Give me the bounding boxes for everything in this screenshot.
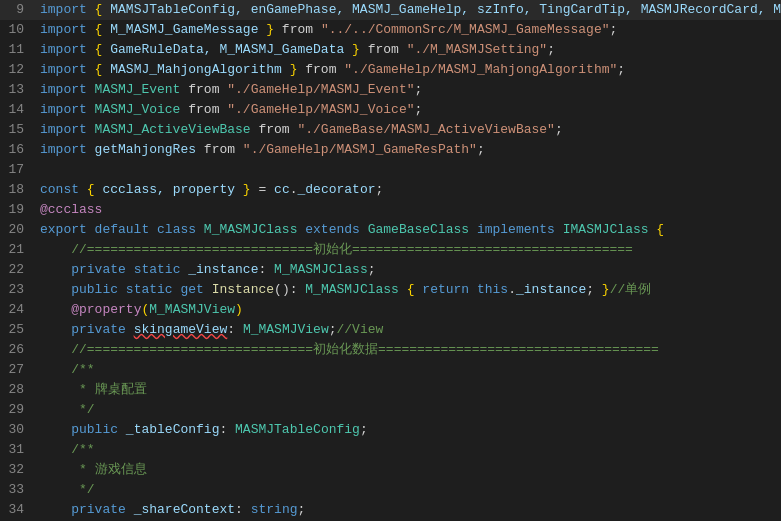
line-number: 24 [0, 300, 36, 320]
code-line: 28 * 牌桌配置 [0, 380, 781, 400]
line-content: import getMahjongRes from "./GameHelp/MA… [36, 140, 781, 160]
line-number: 30 [0, 420, 36, 440]
code-line: 15import MASMJ_ActiveViewBase from "./Ga… [0, 120, 781, 140]
line-content: import { MASMJ_MahjongAlgorithm } from "… [36, 60, 781, 80]
code-line: 30 public _tableConfig: MASMJTableConfig… [0, 420, 781, 440]
code-line: 21 //=============================初始化===… [0, 240, 781, 260]
code-line: 33 */ [0, 480, 781, 500]
line-content: import { M_MASMJ_GameMessage } from "../… [36, 20, 781, 40]
line-number: 10 [0, 20, 36, 40]
line-number: 15 [0, 120, 36, 140]
code-line: 31 /** [0, 440, 781, 460]
line-content: import MASMJ_ActiveViewBase from "./Game… [36, 120, 781, 140]
line-number: 34 [0, 500, 36, 520]
line-number: 22 [0, 260, 36, 280]
line-content: * 牌桌配置 [36, 380, 781, 400]
line-number: 23 [0, 280, 36, 300]
line-number: 11 [0, 40, 36, 60]
line-content: import MASMJ_Voice from "./GameHelp/MASM… [36, 100, 781, 120]
line-content: import { GameRuleData, M_MASMJ_GameData … [36, 40, 781, 60]
line-number: 13 [0, 80, 36, 100]
code-line: 13import MASMJ_Event from "./GameHelp/MA… [0, 80, 781, 100]
code-editor: 9import { MAMSJTableConfig, enGamePhase,… [0, 0, 781, 521]
line-content: private static _instance: M_MASMJClass; [36, 260, 781, 280]
code-line: 34 private _shareContext: string; [0, 500, 781, 520]
line-number: 32 [0, 460, 36, 480]
line-number: 25 [0, 320, 36, 340]
line-number: 28 [0, 380, 36, 400]
code-line: 23 public static get Instance(): M_MASMJ… [0, 280, 781, 300]
line-number: 31 [0, 440, 36, 460]
line-number: 33 [0, 480, 36, 500]
line-content: */ [36, 400, 781, 420]
line-number: 14 [0, 100, 36, 120]
line-number: 18 [0, 180, 36, 200]
code-line: 26 //=============================初始化数据=… [0, 340, 781, 360]
code-line: 29 */ [0, 400, 781, 420]
line-content: /** [36, 440, 781, 460]
line-content: @ccclass [36, 200, 781, 220]
code-line: 11import { GameRuleData, M_MASMJ_GameDat… [0, 40, 781, 60]
code-line: 24 @property(M_MASMJView) [0, 300, 781, 320]
code-line: 27 /** [0, 360, 781, 380]
line-number: 29 [0, 400, 36, 420]
code-line: 18const { ccclass, property } = cc._deco… [0, 180, 781, 200]
line-content: export default class M_MASMJClass extend… [36, 220, 781, 240]
line-number: 17 [0, 160, 36, 180]
line-number: 26 [0, 340, 36, 360]
line-number: 9 [0, 0, 36, 20]
line-content: * 游戏信息 [36, 460, 781, 480]
line-number: 21 [0, 240, 36, 260]
code-line: 12import { MASMJ_MahjongAlgorithm } from… [0, 60, 781, 80]
line-number: 20 [0, 220, 36, 240]
code-line: 19@ccclass [0, 200, 781, 220]
line-content: //=============================初始化数据====… [36, 340, 781, 360]
line-content: import MASMJ_Event from "./GameHelp/MASM… [36, 80, 781, 100]
code-line: 22 private static _instance: M_MASMJClas… [0, 260, 781, 280]
code-line: 25 private skingameView: M_MASMJView;//V… [0, 320, 781, 340]
code-line: 32 * 游戏信息 [0, 460, 781, 480]
line-number: 19 [0, 200, 36, 220]
line-content: private _shareContext: string; [36, 500, 781, 520]
line-content: import { MAMSJTableConfig, enGamePhase, … [36, 0, 781, 20]
code-line: 17 [0, 160, 781, 180]
code-line: 20export default class M_MASMJClass exte… [0, 220, 781, 240]
line-content: @property(M_MASMJView) [36, 300, 781, 320]
line-number: 27 [0, 360, 36, 380]
code-line: 16import getMahjongRes from "./GameHelp/… [0, 140, 781, 160]
code-line: 14import MASMJ_Voice from "./GameHelp/MA… [0, 100, 781, 120]
line-content: /** [36, 360, 781, 380]
line-content: public _tableConfig: MASMJTableConfig; [36, 420, 781, 440]
line-content: public static get Instance(): M_MASMJCla… [36, 280, 781, 300]
line-number: 12 [0, 60, 36, 80]
code-line: 10import { M_MASMJ_GameMessage } from ".… [0, 20, 781, 40]
code-line: 9import { MAMSJTableConfig, enGamePhase,… [0, 0, 781, 20]
line-number: 16 [0, 140, 36, 160]
line-content: const { ccclass, property } = cc._decora… [36, 180, 781, 200]
line-content: //=============================初始化======… [36, 240, 781, 260]
line-content: */ [36, 480, 781, 500]
line-content: private skingameView: M_MASMJView;//View [36, 320, 781, 340]
